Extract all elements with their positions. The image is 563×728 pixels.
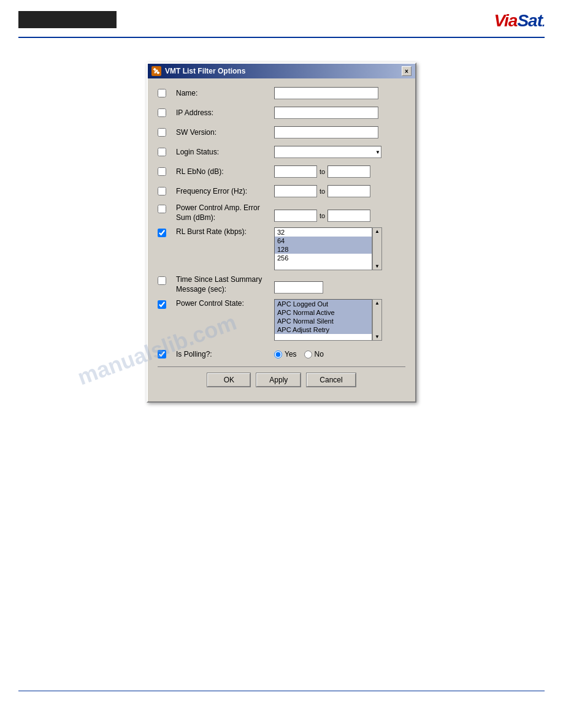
- list-item[interactable]: APC Logged Out: [275, 300, 372, 308]
- burst-rate-scrollbar[interactable]: ▲ ▼: [372, 227, 382, 270]
- filter-row-login: Login Status: Logged In Logged Out: [158, 145, 405, 159]
- login-control: Logged In Logged Out: [274, 146, 405, 158]
- polling-yes-radio[interactable]: [274, 351, 282, 358]
- login-select[interactable]: Logged In Logged Out: [274, 146, 381, 158]
- scroll-down-arrow[interactable]: ▼: [375, 263, 380, 270]
- viasat-logo: ViaSat.: [494, 11, 545, 31]
- dialog-body: Name: IP Address: SW Ver: [148, 78, 415, 401]
- scroll-up-arrow[interactable]: ▲: [375, 228, 380, 235]
- login-checkbox-wrapper: [158, 148, 176, 156]
- ip-input[interactable]: [274, 107, 378, 119]
- time-control: [274, 281, 405, 294]
- polling-yes-option[interactable]: Yes: [274, 350, 297, 358]
- ebno-label: RL EbNo (dB):: [176, 167, 274, 176]
- ok-button[interactable]: OK: [207, 373, 250, 387]
- polling-yes-label: Yes: [285, 350, 297, 358]
- power-amp-checkbox[interactable]: [158, 205, 166, 213]
- filter-row-ip: IP Address:: [158, 105, 405, 120]
- list-item[interactable]: APC Adjust Retry: [275, 325, 372, 334]
- footer-divider: [18, 691, 545, 691]
- filter-row-burst-rate: RL Burst Rate (kbps): 32 64 128 256 ▲ ▼: [158, 227, 405, 270]
- name-checkbox[interactable]: [158, 89, 166, 97]
- freq-to-input[interactable]: [327, 185, 370, 197]
- power-amp-checkbox-wrapper: [158, 205, 176, 213]
- polling-no-option[interactable]: No: [304, 350, 324, 358]
- apply-button[interactable]: Apply: [256, 373, 301, 387]
- time-checkbox[interactable]: [158, 276, 166, 285]
- time-input[interactable]: [274, 281, 323, 294]
- filter-row-time: Time Since Last Summary Message (sec):: [158, 275, 405, 294]
- ebno-control: to: [274, 165, 405, 178]
- burst-rate-listbox-container: 32 64 128 256 ▲ ▼: [274, 227, 382, 270]
- power-amp-control: to: [274, 210, 405, 222]
- freq-to-label: to: [320, 188, 325, 195]
- filter-row-polling: Is Polling?: Yes No: [158, 347, 405, 362]
- name-control: [274, 87, 405, 99]
- cancel-button[interactable]: Cancel: [307, 373, 355, 387]
- filter-row-power-state: Power Control State: APC Logged Out APC …: [158, 299, 405, 341]
- ebno-to-input[interactable]: [327, 165, 370, 178]
- sw-input[interactable]: [274, 126, 378, 138]
- filter-row-name: Name:: [158, 86, 405, 100]
- name-checkbox-wrapper: [158, 89, 176, 97]
- filter-row-power-amp: Power Control Amp. Error Sum (dBm): to: [158, 203, 405, 222]
- power-amp-from-input[interactable]: [274, 210, 317, 222]
- scroll-down-arrow[interactable]: ▼: [375, 333, 380, 340]
- burst-rate-label: RL Burst Rate (kbps):: [176, 227, 274, 236]
- ip-label: IP Address:: [176, 108, 274, 117]
- power-state-listbox[interactable]: APC Logged Out APC Normal Active APC Nor…: [274, 299, 372, 341]
- filter-row-sw: SW Version:: [158, 125, 405, 140]
- freq-from-input[interactable]: [274, 185, 317, 197]
- list-item[interactable]: 256: [275, 254, 372, 262]
- list-item[interactable]: 32: [275, 228, 372, 237]
- freq-control: to: [274, 185, 405, 197]
- burst-rate-checkbox[interactable]: [158, 229, 166, 237]
- burst-rate-control: 32 64 128 256 ▲ ▼: [274, 227, 405, 270]
- list-item[interactable]: 128: [275, 245, 372, 254]
- power-amp-to-label: to: [320, 212, 325, 219]
- dialog-vmt-filter: 🛰 VMT List Filter Options × Name:: [147, 63, 416, 403]
- polling-no-radio[interactable]: [304, 351, 312, 358]
- scroll-up-arrow[interactable]: ▲: [375, 300, 380, 306]
- burst-rate-listbox[interactable]: 32 64 128 256: [274, 227, 372, 270]
- name-input[interactable]: [274, 87, 378, 99]
- freq-checkbox-wrapper: [158, 187, 176, 195]
- titlebar-left: 🛰 VMT List Filter Options: [151, 66, 245, 76]
- power-state-listbox-container: APC Logged Out APC Normal Active APC Nor…: [274, 299, 382, 341]
- ip-checkbox[interactable]: [158, 108, 166, 117]
- ebno-from-input[interactable]: [274, 165, 317, 178]
- power-state-label: Power Control State:: [176, 299, 274, 308]
- power-state-checkbox[interactable]: [158, 300, 166, 309]
- freq-checkbox[interactable]: [158, 187, 166, 195]
- time-label: Time Since Last Summary Message (sec):: [176, 275, 274, 294]
- ip-checkbox-wrapper: [158, 108, 176, 117]
- login-select-wrapper: Logged In Logged Out: [274, 146, 381, 158]
- login-checkbox[interactable]: [158, 148, 166, 156]
- polling-checkbox[interactable]: [158, 350, 166, 358]
- list-item[interactable]: 64: [275, 237, 372, 245]
- filter-row-ebno: RL EbNo (dB): to: [158, 164, 405, 179]
- ebno-checkbox[interactable]: [158, 167, 166, 176]
- power-amp-label: Power Control Amp. Error Sum (dBm):: [176, 203, 274, 222]
- list-item[interactable]: APC Normal Active: [275, 308, 372, 317]
- polling-checkbox-wrapper: [158, 350, 176, 358]
- sw-checkbox[interactable]: [158, 128, 166, 137]
- buttons-row: OK Apply Cancel: [158, 366, 405, 394]
- close-button[interactable]: ×: [402, 66, 412, 76]
- list-item[interactable]: APC Normal Silent: [275, 317, 372, 325]
- sw-checkbox-wrapper: [158, 128, 176, 137]
- time-checkbox-wrapper: [158, 276, 176, 285]
- login-label: Login Status:: [176, 148, 274, 156]
- power-amp-to-input[interactable]: [327, 210, 370, 222]
- polling-label: Is Polling?:: [176, 350, 274, 358]
- name-label: Name:: [176, 89, 274, 97]
- ebno-to-label: to: [320, 168, 325, 175]
- main-content: 🛰 VMT List Filter Options × Name:: [0, 38, 563, 403]
- sw-label: SW Version:: [176, 128, 274, 137]
- polling-radio-group: Yes No: [274, 350, 324, 358]
- power-state-scrollbar[interactable]: ▲ ▼: [372, 299, 382, 341]
- dialog-title: VMT List Filter Options: [165, 67, 245, 75]
- power-state-checkbox-wrapper: [158, 300, 176, 309]
- dialog-app-icon: 🛰: [151, 66, 161, 76]
- ip-control: [274, 107, 405, 119]
